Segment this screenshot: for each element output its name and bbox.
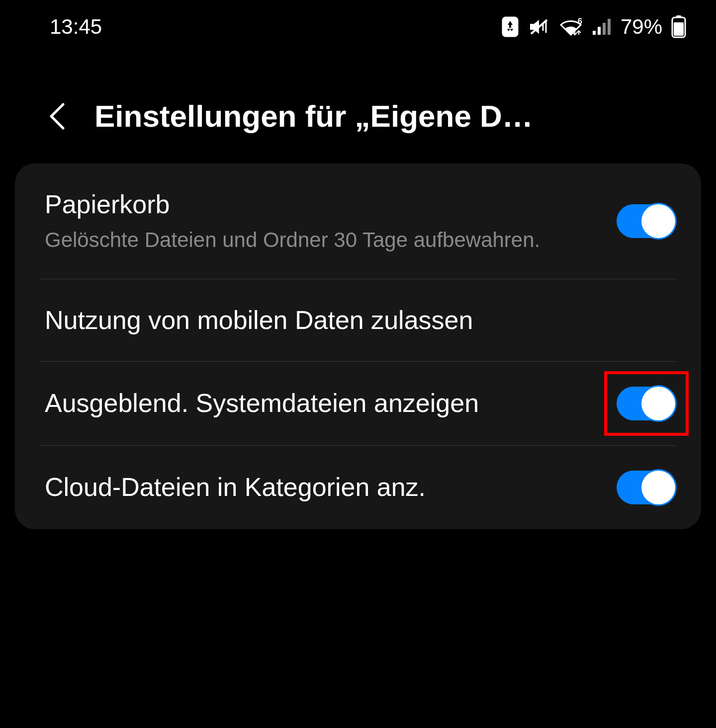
status-icons: 6 79% [501,15,686,39]
setting-trash-title: Papierkorb [45,188,597,221]
toggle-trash[interactable] [617,204,676,238]
svg-rect-6 [608,19,611,35]
highlight-box [606,373,687,434]
setting-mobile-data-title: Nutzung von mobilen Daten zulassen [45,304,676,336]
status-time: 13:45 [50,15,102,39]
svg-rect-5 [603,23,606,35]
wifi-icon: 6 [559,17,583,37]
status-bar: 13:45 6 [0,0,716,49]
setting-trash-subtitle: Gelöschte Dateien und Ordner 30 Tage auf… [45,227,597,254]
setting-hidden-system-files[interactable]: Ausgeblend. Systemdateien anzeigen [15,362,701,445]
chevron-left-icon [48,101,66,131]
back-button[interactable] [45,104,70,129]
toggle-hidden-system-files[interactable] [617,387,676,420]
setting-mobile-data[interactable]: Nutzung von mobilen Daten zulassen [15,279,701,361]
setting-hidden-files-title: Ausgeblend. Systemdateien anzeigen [45,387,597,419]
page-title: Einstellungen für „Eigene D… [94,98,696,134]
toggle-cloud-files[interactable] [617,471,676,504]
svg-rect-3 [593,31,596,35]
setting-trash[interactable]: Papierkorb Gelöschte Dateien und Ordner … [15,163,701,279]
svg-rect-9 [674,22,684,36]
battery-icon [671,15,686,38]
setting-cloud-files-title: Cloud-Dateien in Kategorien anz. [45,471,597,503]
header: Einstellungen für „Eigene D… [0,49,716,163]
signal-icon [592,18,612,36]
svg-rect-4 [598,27,601,35]
battery-percent: 79% [621,15,662,39]
setting-cloud-files[interactable]: Cloud-Dateien in Kategorien anz. [15,446,701,529]
svg-text:6: 6 [578,17,582,25]
mute-vibrate-icon [528,17,550,37]
recycle-icon [501,16,519,38]
settings-panel: Papierkorb Gelöschte Dateien und Ordner … [15,163,701,529]
